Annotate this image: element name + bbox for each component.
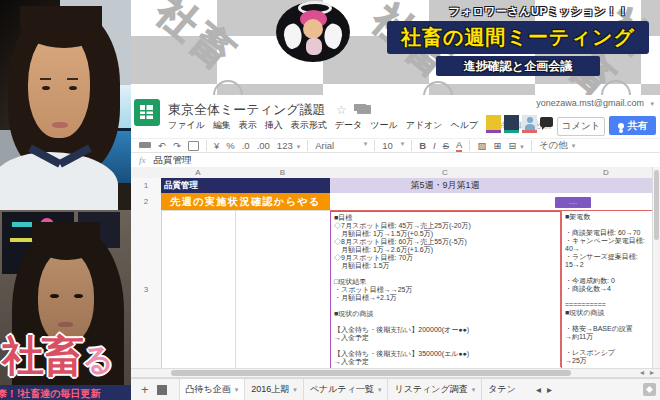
sheet-tab-label: リスティング調査 <box>394 383 467 396</box>
person2-eye-right <box>74 294 83 298</box>
menu-data[interactable]: データ <box>335 119 362 132</box>
account-email[interactable]: yonezawa.mst@gmail.com ▾ <box>536 98 654 108</box>
banner-deco-icon <box>213 80 243 95</box>
star-icon[interactable]: ☆ <box>336 103 347 117</box>
percent-button[interactable]: % <box>226 140 234 151</box>
webcam-top <box>0 0 131 210</box>
menu-format[interactable]: 表示形式 <box>291 119 327 132</box>
tab-next-icon[interactable]: ▸ <box>547 384 552 395</box>
menu-file[interactable]: ファイル <box>168 119 205 132</box>
chevron-down-icon: ▾ <box>297 143 301 150</box>
share-button-label: 共有 <box>628 119 648 133</box>
borders-button[interactable]: ⊞ <box>493 140 501 151</box>
toolbar-separator <box>374 140 375 151</box>
sheet-tab-2[interactable]: 2016上期▾ <box>245 379 304 400</box>
ticker-text: 泰！!社畜達の毎日更新 <box>0 387 101 400</box>
more-button[interactable]: その他▾ <box>539 139 575 152</box>
menu-tools[interactable]: ツール <box>370 119 397 132</box>
chevron-down-icon: ▾ <box>520 143 524 150</box>
menu-view[interactable]: 表示 <box>239 119 257 132</box>
row-header-1[interactable]: 1 <box>131 178 162 194</box>
redo-icon[interactable]: ↷ <box>173 140 181 151</box>
sheet-tab-1[interactable]: 凸待ち企画▾ <box>179 379 246 400</box>
angel-face <box>303 19 323 39</box>
decimal-increase-button[interactable]: .00 <box>257 140 270 151</box>
chat-icon[interactable] <box>540 117 553 127</box>
merge-cells-button[interactable]: ⊟▾ <box>508 140 523 151</box>
chevron-down-icon: ▾ <box>293 386 297 394</box>
number-format-button[interactable]: 123▾ <box>277 140 300 151</box>
sheets-app: 東京全体ミーティング議題 ☆ yonezawa.mst@gmail.com ▾ … <box>131 95 660 400</box>
menu-addons[interactable]: アドオン <box>406 119 443 132</box>
show-title-main: 社畜 <box>2 332 82 379</box>
sheet-tab-bar: + 凸待ち企画▾ 2016上期▾ ペナルティ一覧▾ リスティング調査▾ タテン … <box>131 378 660 400</box>
banner-watermark: 社畜 <box>146 0 249 83</box>
font-size-select[interactable]: 10▾ <box>382 140 404 151</box>
fx-label: fx <box>139 155 146 165</box>
sheets-logo-grid <box>140 105 153 119</box>
tab-prev-icon[interactable]: ◂ <box>536 384 541 395</box>
row-header-2[interactable]: 2 <box>131 193 162 211</box>
undo-icon[interactable]: ↶ <box>158 140 166 151</box>
all-sheets-button[interactable] <box>157 385 167 395</box>
chevron-down-icon: ▾ <box>401 140 405 148</box>
print-icon[interactable] <box>139 142 151 150</box>
chevron-down-icon: ▾ <box>235 386 239 394</box>
decimal-decrease-button[interactable]: .0 <box>242 140 250 151</box>
v-scrollbar-thumb[interactable] <box>654 170 659 240</box>
cell-a1[interactable]: 品質管理 <box>161 178 330 193</box>
presence-tag: ····· <box>555 197 591 208</box>
paint-format-icon[interactable] <box>188 141 199 151</box>
stream-screen: 社畜る 泰！!社畜達の毎日更新 社畜 社畜 社畜 フォロワーさんUPミッション！… <box>0 0 660 400</box>
avatar[interactable] <box>486 115 501 133</box>
person1-eye-left <box>42 86 50 90</box>
add-sheet-button[interactable]: + <box>141 382 149 397</box>
doc-title[interactable]: 東京全体ミーティング議題 <box>168 102 326 117</box>
font-name: Arial <box>315 140 334 151</box>
cell-c3[interactable]: ■目標 ◇7月スポット目標: 45万→売上25万(-20万) 月額目標: 1万→… <box>330 211 562 368</box>
poster-art-teal <box>12 222 32 227</box>
row-header-3[interactable]: 3 <box>131 210 162 368</box>
webcam-bottom: 社畜る 泰！!社畜達の毎日更新 <box>0 210 131 400</box>
gridline <box>161 210 330 211</box>
more-label: その他 <box>539 139 568 150</box>
bold-button[interactable]: B <box>419 140 426 151</box>
comment-button[interactable]: コメント <box>557 117 605 136</box>
menu-edit[interactable]: 編集 <box>213 119 231 132</box>
sheets-logo-icon <box>134 99 160 126</box>
person2-bangs <box>32 222 100 260</box>
currency-button[interactable]: ¥ <box>214 140 219 151</box>
toolbar-separator <box>411 140 412 151</box>
h-scrollbar-thumb[interactable] <box>171 370 571 376</box>
explore-button[interactable] <box>643 383 656 396</box>
menu-insert[interactable]: 挿入 <box>265 119 283 132</box>
cell-d3[interactable]: ■架電数 ・商談架電目標: 60→70 ・キャンペーン架電目標: 40→ ・ラン… <box>560 211 656 367</box>
collaborator-avatars <box>486 115 553 133</box>
sheet-tab-3[interactable]: ペナルティ一覧▾ <box>304 379 389 400</box>
share-button[interactable]: 共有 <box>609 116 656 135</box>
cell-a2[interactable]: 先週の実施状況確認からやる <box>161 193 330 210</box>
cell-d1[interactable] <box>560 178 652 194</box>
h-scroll-left-icon[interactable]: ◂ <box>640 368 644 377</box>
avatar[interactable] <box>504 115 519 133</box>
italic-button[interactable]: I <box>433 140 436 151</box>
folder-icon[interactable] <box>357 105 371 114</box>
strikethrough-button[interactable]: S <box>443 140 449 151</box>
h-scroll-right-icon[interactable]: ▸ <box>650 368 654 377</box>
person2-eye-left <box>50 294 59 298</box>
cell-c1[interactable]: 第5週・9月第1週 <box>330 178 560 194</box>
sheet-tab-label: 2016上期 <box>251 383 289 396</box>
menu-help[interactable]: ヘルプ <box>451 119 479 132</box>
font-select[interactable]: Arial▾ <box>315 140 367 151</box>
v-scrollbar[interactable] <box>652 167 660 368</box>
sheet-tab-4[interactable]: リスティング調査▾ <box>388 379 482 400</box>
banner-title-box: 社畜の週間ミーティング <box>387 21 649 54</box>
text-color-button[interactable]: A <box>456 139 462 152</box>
h-scrollbar[interactable]: ◂ ▸ <box>131 368 660 378</box>
sheet-tab-5[interactable]: タテン <box>482 379 522 400</box>
avatar[interactable] <box>522 115 537 133</box>
fill-color-button[interactable]: ▨ <box>477 140 486 151</box>
cell-c2[interactable] <box>330 193 560 210</box>
person1-mouth <box>52 122 68 128</box>
formula-bar[interactable]: fx 品質管理 <box>131 153 660 168</box>
